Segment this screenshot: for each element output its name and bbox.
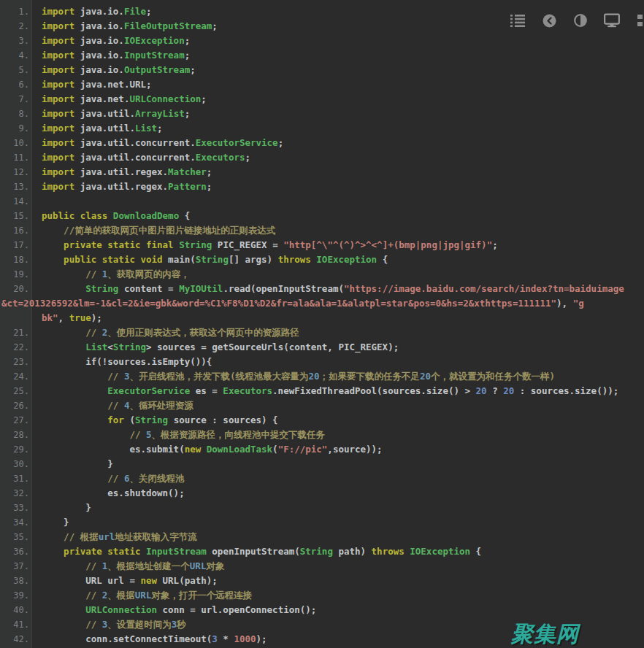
code-line: 12.import java.util.regex.Matcher; [0,165,644,180]
code-text: private static InputStream openInputStre… [42,546,481,557]
code-text: public class DownloadDemo { [42,210,190,221]
list-icon[interactable] [510,12,526,28]
code-line: 27. for (String source : sources) { [0,413,644,428]
line-number: 19. [0,267,29,282]
line-number: 29. [0,442,29,457]
line-number: 23. [0,355,29,369]
code-line: &ct=201326592&lm=-1&cl=2&ie=gbk&word=%C1… [0,296,644,311]
code-line: 37. // 1、根据地址创建一个URL对象 [0,559,644,574]
line-number: 28. [0,428,29,442]
line-number: 24. [0,369,29,384]
code-line: 29. es.submit(new DownLoadTask("F://pic"… [0,442,644,457]
code-text: import java.util.concurrent.Executors; [42,152,250,163]
code-line: 5.import java.io.OutputStream; [0,63,644,77]
line-number: 6. [0,77,29,92]
code-line: 35. // 根据url地址获取输入字节流 [0,530,644,544]
line-number: 20. [0,282,29,296]
code-text: es.shutdown(); [42,487,185,498]
code-line: 19. // 1、获取网页的内容， [0,267,644,282]
code-line: 32. es.shutdown(); [0,486,644,501]
line-number: 2. [0,19,29,34]
line-number: 37. [0,559,29,574]
code-line: 8.import java.util.ArrayList; [0,107,644,121]
code-line: 4.import java.io.InputStream; [0,48,644,63]
code-line: 30. } [0,457,644,471]
code-text: URLConnection conn = url.openConnection(… [42,604,316,615]
code-text: // 3、开启线程池，并发下载(线程池最大容量为20；如果要下载的任务不足20个… [42,371,555,382]
code-line: 40. URLConnection conn = url.openConnect… [0,603,644,617]
code-line: 34. } [0,515,644,530]
code-text: private static final String PIC_REGEX = … [42,239,498,250]
code-line: 9.import java.util.List; [0,121,644,136]
code-line: 11.import java.util.concurrent.Executors… [0,150,644,165]
line-number: 18. [0,252,29,267]
code-line: 38. URL url = new URL(path); [0,574,644,588]
code-viewer-page: { "theme": { "bg": "#2b2b2b", "gutterBg"… [0,0,644,648]
code-text: String content = MyIOUtil.read(openInput… [42,283,624,294]
line-number: 38. [0,574,29,588]
line-number: 10. [0,136,29,150]
code-line: 14. [0,194,644,209]
line-number: 22. [0,340,29,355]
code-line: 31. // 6、关闭线程池 [0,471,644,486]
code-text: // 2、使用正则表达式，获取这个网页中的资源路径 [42,327,299,338]
code-line: 13.import java.util.regex.Pattern; [0,180,644,194]
code-line: 7.import java.net.URLConnection; [0,92,644,107]
code-line: 33. } [0,501,644,515]
code-text: import java.io.IOException; [42,35,190,46]
line-number: 27. [0,413,29,428]
code-text: conn.setConnectTimeout(3 * 1000); [42,633,267,644]
code-line: 23. if(!sources.isEmpty()){ [0,355,644,369]
code-text: if(!sources.isEmpty()){ [42,356,212,367]
line-number: 21. [0,325,29,340]
code-line: 18. public static void main(String[] arg… [0,252,644,267]
code-text: // 1、根据地址创建一个URL对象 [42,560,224,571]
code-line: 15.public class DownloadDemo { [0,209,644,223]
code-text: import java.util.regex.Matcher; [42,166,212,177]
code-text: import java.io.InputStream; [42,50,190,61]
line-number: 41. [0,617,29,632]
code-text: URL url = new URL(path); [42,575,218,586]
code-text: List<String> sources = getSourceUrls(con… [42,342,399,352]
line-number: 30. [0,457,29,471]
code-text: import java.util.concurrent.ExecutorServ… [42,137,283,148]
code-text: public static void main(String[] args) t… [42,254,388,265]
code-line: 17. private static final String PIC_REGE… [0,238,644,252]
code-text: import java.net.URLConnection; [42,93,207,104]
monitor-icon[interactable] [604,12,620,28]
line-number: 26. [0,398,29,413]
code-text: &ct=201326592&lm=-1&cl=2&ie=gbk&word=%C1… [1,298,584,309]
code-text: // 5、根据资源路径，向线程池中提交下载任务 [42,429,325,440]
code-line: 39. // 2、根据URL对象，打开一个远程连接 [0,588,644,603]
code-text: // 根据url地址获取输入字节流 [42,531,197,542]
clipped-edge-icon[interactable] [635,12,644,28]
code-text: // 3、设置超时间为3秒 [42,619,186,630]
line-number: 1. [0,4,29,19]
contrast-icon[interactable] [572,12,589,28]
code-line: 25. ExecutorService es = Executors.newFi… [0,384,644,398]
code-text: import java.net.URL; [42,79,152,90]
code-line: 21. // 2、使用正则表达式，获取这个网页中的资源路径 [0,325,644,340]
code-text: import java.util.regex.Pattern; [42,181,212,192]
line-number: 36. [0,544,29,559]
line-number: 13. [0,180,29,194]
line-number: 35. [0,530,29,544]
code-text: } [42,502,91,513]
code-area[interactable]: 1.import java.io.File;2.import java.io.F… [0,0,644,647]
code-text: import java.io.FileOutputStream; [42,20,218,31]
code-line: 26. // 4、循环处理资源 [0,398,644,413]
line-number: 25. [0,384,29,398]
code-text: import java.util.ArrayList; [42,108,190,119]
line-number: 11. [0,150,29,165]
line-number: 5. [0,63,29,77]
code-text: import java.util.List; [42,123,163,134]
line-number: 15. [0,209,29,223]
line-number: 40. [0,603,29,617]
chevron-left-circle-icon[interactable] [541,12,557,28]
code-text: } [42,517,69,528]
line-number: 16. [0,223,29,238]
line-number: 12. [0,165,29,180]
code-line: 36. private static InputStream openInput… [0,544,644,559]
code-text: //简单的获取网页中图片图片链接地址的正则表达式 [42,225,275,236]
code-line: 10.import java.util.concurrent.ExecutorS… [0,136,644,150]
